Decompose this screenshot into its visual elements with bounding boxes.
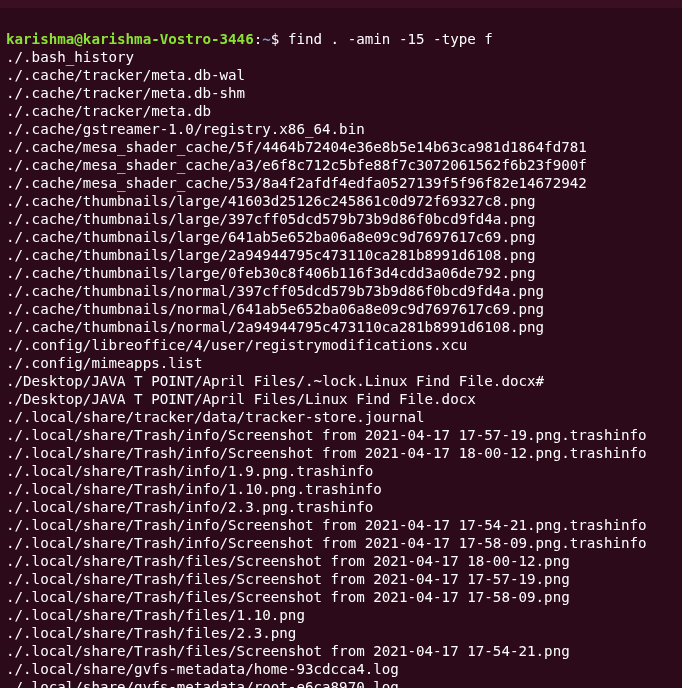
output-line: ./Desktop/JAVA T POINT/April Files/.~loc…	[6, 372, 676, 390]
output-line: ./.local/share/Trash/info/2.3.png.trashi…	[6, 498, 676, 516]
output-line: ./.config/libreoffice/4/user/registrymod…	[6, 336, 676, 354]
output-line: ./.cache/thumbnails/large/2a94944795c473…	[6, 246, 676, 264]
output-line: ./.local/share/Trash/info/Screenshot fro…	[6, 426, 676, 444]
output-line: ./.cache/thumbnails/large/397cff05dcd579…	[6, 210, 676, 228]
output-line: ./.cache/tracker/meta.db	[6, 102, 676, 120]
output-line: ./.local/share/Trash/info/Screenshot fro…	[6, 444, 676, 462]
output-line: ./.cache/thumbnails/normal/641ab5e652ba0…	[6, 300, 676, 318]
output-line: ./.cache/mesa_shader_cache/53/8a4f2afdf4…	[6, 174, 676, 192]
output-line: ./.cache/thumbnails/large/641ab5e652ba06…	[6, 228, 676, 246]
output-line: ./.cache/gstreamer-1.0/registry.x86_64.b…	[6, 120, 676, 138]
output-line: ./.local/share/Trash/files/Screenshot fr…	[6, 570, 676, 588]
output-line: ./.local/share/Trash/files/1.10.png	[6, 606, 676, 624]
prompt-colon: :	[254, 31, 263, 47]
output-line: ./.local/share/gvfs-metadata/root-e6ca89…	[6, 678, 676, 688]
output-line: ./.cache/thumbnails/normal/2a94944795c47…	[6, 318, 676, 336]
command-text: find . -amin -15 -type f	[288, 31, 493, 47]
output-line: ./Desktop/JAVA T POINT/April Files/Linux…	[6, 390, 676, 408]
window-titlebar	[0, 0, 682, 8]
terminal-body[interactable]: karishma@karishma-Vostro-3446:~$ find . …	[0, 8, 682, 688]
output-line: ./.cache/thumbnails/normal/397cff05dcd57…	[6, 282, 676, 300]
output-line: ./.config/mimeapps.list	[6, 354, 676, 372]
output-line: ./.local/share/Trash/info/1.10.png.trash…	[6, 480, 676, 498]
command-output: ./.bash_history./.cache/tracker/meta.db-…	[6, 48, 676, 688]
output-line: ./.cache/tracker/meta.db-wal	[6, 66, 676, 84]
output-line: ./.bash_history	[6, 48, 676, 66]
output-line: ./.local/share/Trash/files/2.3.png	[6, 624, 676, 642]
output-line: ./.local/share/gvfs-metadata/home-93cdcc…	[6, 660, 676, 678]
output-line: ./.cache/mesa_shader_cache/a3/e6f8c712c5…	[6, 156, 676, 174]
output-line: ./.local/share/Trash/files/Screenshot fr…	[6, 642, 676, 660]
output-line: ./.local/share/Trash/files/Screenshot fr…	[6, 552, 676, 570]
prompt-user-host: karishma@karishma-Vostro-3446	[6, 31, 254, 47]
prompt-line: karishma@karishma-Vostro-3446:~$ find . …	[6, 31, 493, 47]
output-line: ./.local/share/Trash/info/Screenshot fro…	[6, 534, 676, 552]
output-line: ./.cache/mesa_shader_cache/5f/4464b72404…	[6, 138, 676, 156]
output-line: ./.local/share/tracker/data/tracker-stor…	[6, 408, 676, 426]
output-line: ./.cache/tracker/meta.db-shm	[6, 84, 676, 102]
output-line: ./.cache/thumbnails/large/41603d25126c24…	[6, 192, 676, 210]
prompt-path: ~	[262, 31, 271, 47]
prompt-dollar: $	[271, 31, 288, 47]
output-line: ./.local/share/Trash/files/Screenshot fr…	[6, 588, 676, 606]
output-line: ./.cache/thumbnails/large/0feb30c8f406b1…	[6, 264, 676, 282]
output-line: ./.local/share/Trash/info/1.9.png.trashi…	[6, 462, 676, 480]
output-line: ./.local/share/Trash/info/Screenshot fro…	[6, 516, 676, 534]
